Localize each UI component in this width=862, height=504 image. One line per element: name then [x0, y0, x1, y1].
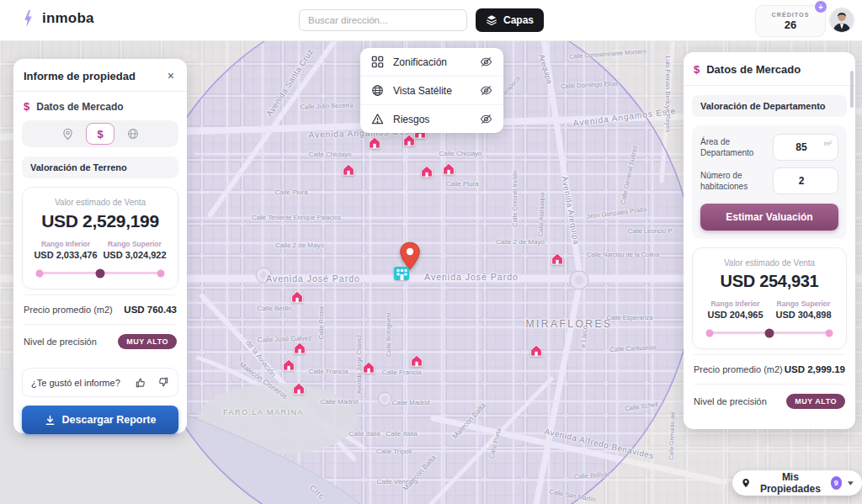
range-high-value: USD 304,898: [769, 310, 838, 320]
property-report-panel: Informe de propiedad × $ Datos de Mercad…: [13, 59, 187, 433]
estimated-value: USD 254,931: [701, 272, 838, 291]
property-house-marker[interactable]: [294, 342, 306, 358]
slider-thumb-mid[interactable]: [96, 268, 105, 278]
dollar-icon: $: [694, 63, 700, 76]
dollar-icon: $: [24, 100, 29, 113]
property-house-marker[interactable]: [421, 165, 434, 181]
layer-item-zonificacion[interactable]: Zonificación: [360, 48, 503, 76]
property-house-marker[interactable]: [443, 162, 455, 178]
avg-price-value: USD 760.43: [124, 305, 177, 315]
eye-off-icon[interactable]: [480, 113, 492, 125]
layer-label: Zonificación: [393, 56, 471, 68]
download-report-button[interactable]: Descargar Reporte: [22, 406, 178, 434]
estimate-valuation-button[interactable]: Estimar Valuación: [700, 204, 838, 231]
rooms-label: Número de habitaciones: [700, 170, 766, 193]
properties-count-badge: 9: [831, 476, 843, 490]
panel-title: Datos de Mercado: [706, 63, 801, 76]
market-data-panel: $ Datos de Mercado Valoración de Departa…: [684, 52, 855, 429]
dollar-icon: $: [97, 128, 103, 141]
estimated-value: USD 2,529,199: [31, 211, 169, 231]
grid-icon: [371, 56, 384, 68]
add-credits-badge[interactable]: +: [815, 1, 827, 13]
view-mode-segmented: $: [22, 120, 178, 147]
user-avatar[interactable]: [830, 8, 854, 32]
my-properties-label: Mis Propiedades: [756, 471, 824, 495]
map-pin-icon: [62, 128, 73, 141]
area-row: Área de Departamento m²: [700, 134, 838, 161]
apartment-valuation-card: Valor estimado de Venta USD 254,931 Rang…: [692, 247, 847, 349]
layer-label: Vista Satélite: [393, 85, 471, 97]
avatar-image: [830, 8, 854, 32]
segment-market-value[interactable]: $: [86, 123, 114, 145]
credits-label: CRÉDITOS: [772, 12, 810, 18]
property-house-marker[interactable]: [291, 290, 304, 306]
feedback-question: ¿Te gustó el informe?: [31, 378, 120, 388]
layer-item-riesgos[interactable]: Riesgos: [360, 104, 503, 133]
warning-icon: [371, 113, 384, 125]
property-house-marker[interactable]: [363, 361, 375, 377]
value-label: Valor estimado de Venta: [31, 198, 169, 207]
slider-thumb-low: [36, 269, 44, 277]
map-pin-icon: [742, 477, 750, 489]
layers-button-label: Capas: [503, 14, 534, 26]
my-properties-button[interactable]: Mis Propiedades 9: [732, 470, 862, 496]
property-house-marker[interactable]: [343, 163, 355, 179]
thumbs-up-icon[interactable]: [135, 376, 147, 389]
property-house-marker[interactable]: [283, 358, 295, 374]
close-icon[interactable]: ×: [165, 68, 177, 83]
eye-off-icon[interactable]: [480, 56, 492, 68]
property-house-marker[interactable]: [411, 354, 423, 370]
range-high-label: Rango Superior: [769, 300, 838, 308]
area-input[interactable]: [774, 135, 838, 160]
slider-thumb-high: [825, 329, 833, 337]
layer-label: Riesgos: [393, 114, 471, 125]
layers-icon: [486, 14, 498, 26]
precision-badge: MUY ALTO: [118, 334, 177, 349]
download-icon: [45, 415, 56, 426]
property-house-marker[interactable]: [369, 136, 381, 152]
property-house-marker[interactable]: [530, 344, 543, 360]
market-data-row: $ Datos de Mercado: [13, 92, 187, 113]
apartment-section-header: Valoración de Departamento: [692, 95, 847, 117]
layers-button[interactable]: Capas: [476, 8, 544, 32]
slider-thumb-high: [157, 269, 164, 277]
search-input[interactable]: [299, 9, 467, 31]
precision-label: Nivel de precisión: [24, 337, 97, 347]
precision-row: Nivel de precisión MUY ALTO: [24, 325, 177, 358]
value-ranges: Rango Inferior USD 2,033,476 Rango Super…: [31, 240, 169, 260]
eye-off-icon[interactable]: [480, 84, 492, 97]
property-house-marker[interactable]: [293, 382, 306, 398]
range-low-label: Rango Inferior: [701, 300, 769, 308]
rooms-input[interactable]: [774, 168, 838, 194]
slider-thumb-low: [706, 329, 714, 337]
avg-price-row: Precio promedio (m2) USD 760.43: [24, 294, 177, 325]
app-window: Avenida José PardoAvenida José PardoAven…: [0, 0, 862, 504]
rooms-row: Número de habitaciones: [700, 167, 838, 194]
thumbs-down-icon[interactable]: [157, 376, 169, 389]
panel-scrollbar[interactable]: [850, 71, 854, 108]
precision-label: Nivel de precisión: [694, 396, 767, 406]
segment-zones[interactable]: [119, 123, 147, 145]
segment-location[interactable]: [53, 123, 82, 145]
range-slider: [35, 268, 166, 279]
layer-item-vista-satelite[interactable]: Vista Satélite: [360, 76, 503, 104]
logo[interactable]: inmoba: [22, 8, 94, 29]
logo-text: inmoba: [42, 10, 94, 27]
market-data-label: Datos de Mercado: [36, 101, 123, 113]
apartment-inputs-card: Área de Departamento m² Número de habita…: [692, 125, 847, 239]
feedback-card: ¿Te gustó el informe?: [22, 368, 178, 397]
chevron-down-icon: [848, 481, 854, 485]
range-low-value: USD 2,033,476: [31, 250, 100, 260]
slider-thumb-mid[interactable]: [765, 328, 774, 337]
area-unit: m²: [824, 140, 832, 147]
precision-badge: MUY ALTO: [786, 394, 845, 409]
property-house-marker[interactable]: [551, 252, 564, 268]
layers-menu: Zonificación Vista Satélite Riesgos: [360, 48, 503, 133]
building-marker[interactable]: [393, 266, 410, 284]
avg-price-label: Precio promedio (m2): [694, 364, 783, 374]
logo-icon: [22, 8, 35, 29]
topbar: inmoba Capas CRÉDITOS 26 +: [0, 0, 862, 41]
range-high-value: USD 3,024,922: [100, 250, 169, 260]
avg-price-value: USD 2,999.19: [785, 364, 845, 374]
terrain-valuation-card: Valor estimado de Venta USD 2,529,199 Ra…: [22, 187, 178, 289]
